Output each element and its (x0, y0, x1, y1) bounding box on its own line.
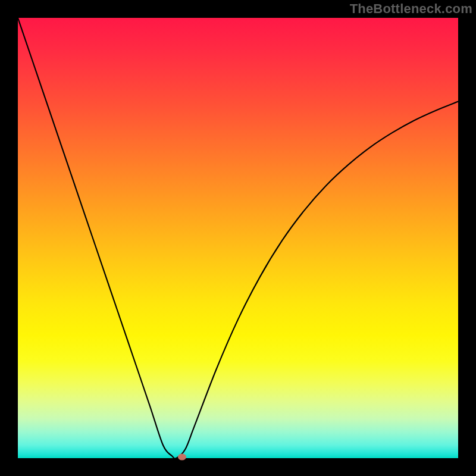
attribution-text: TheBottleneck.com (350, 1, 472, 17)
chart-frame: TheBottleneck.com (0, 0, 476, 476)
minimum-marker (178, 454, 186, 461)
curve-path (18, 18, 458, 458)
plot-area (18, 18, 458, 458)
bottleneck-curve (18, 18, 458, 458)
